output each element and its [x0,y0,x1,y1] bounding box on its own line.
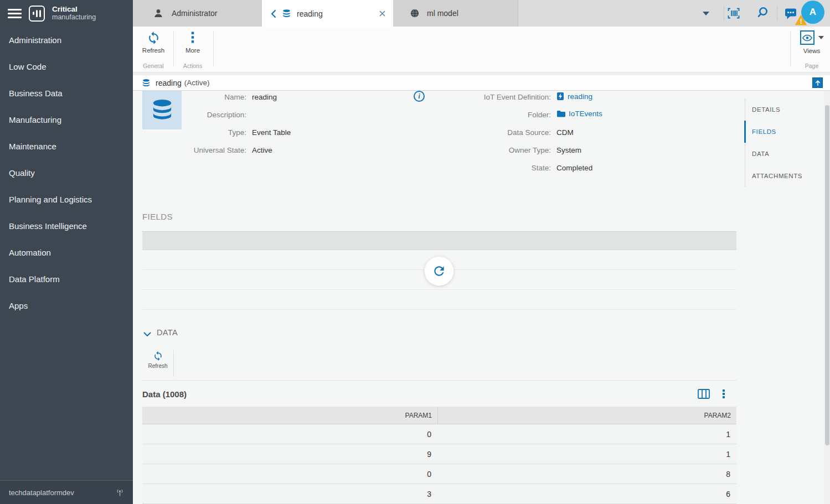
barcode-scan-icon[interactable] [726,7,741,19]
column-header-param2[interactable]: PARAM2 [437,407,736,424]
data-section-collapse-chevron-icon[interactable] [143,332,151,337]
page-header: reading (Active) [133,75,830,91]
group-label-actions: Actions [175,63,210,69]
field-label-type: Type: [185,128,246,137]
column-header-param1[interactable]: PARAM1 [142,407,437,424]
sidebar-header: Critical manufacturing [0,0,133,27]
folder-icon [556,110,565,117]
cell-param1: 0 [142,464,437,484]
tab-administrator[interactable]: Administrator [133,0,262,27]
sidebar-item-administration[interactable]: Administration [0,27,133,53]
refresh-arrow-icon [432,264,446,278]
hamburger-menu-icon[interactable] [8,9,22,18]
cell-param2: 1 [437,444,736,464]
iot-event-definition-link[interactable]: reading [568,92,592,101]
field-value-iot-event-definition: reading [556,92,592,101]
field-label-universal-state: Universal State: [185,146,246,154]
table-row[interactable]: 0 1 [142,424,736,444]
eye-icon [800,30,814,45]
sidebar-item-maintenance[interactable]: Maintenance [0,133,133,159]
data-section-title: DATA [157,328,178,337]
data-grid-heading: Data (1008) [142,389,187,399]
topbar-divider [724,6,724,21]
search-icon[interactable] [756,6,770,19]
ml-model-sphere-icon [410,9,419,18]
field-label-iot-event-definition: IoT Event Definition: [446,93,551,101]
tab-list-dropdown-caret-icon[interactable] [703,12,709,15]
field-value-data-source: CDM [556,128,574,137]
sidebar-item-quality[interactable]: Quality [0,159,133,186]
page-title: reading [156,79,182,87]
field-value-folder: IoTEvents [556,110,602,118]
sidebar-item-business-intelligence[interactable]: Business Intelligence [0,212,133,239]
sidebar-item-low-code[interactable]: Low Code [0,53,133,80]
table-row[interactable]: 0 8 [142,464,736,484]
rail-item-details[interactable]: DETAILS [745,98,814,121]
refresh-button[interactable]: Refresh [136,30,171,54]
sidebar: Critical manufacturing Administration Lo… [0,0,133,504]
refresh-label: Refresh [136,47,171,54]
toolbar-bottom-border [142,380,736,381]
collapse-header-icon[interactable] [812,77,823,88]
sidebar-item-data-platform[interactable]: Data Platform [0,266,133,292]
tab-label: ml model [427,9,458,18]
brand-top: Critical [52,6,96,14]
field-value-type: Event Table [252,128,291,137]
tab-label: Administrator [172,9,217,18]
more-button[interactable]: More [175,30,210,54]
rail-item-fields[interactable]: FIELDS [745,121,814,143]
info-icon[interactable]: i [414,91,425,102]
cell-param1: 0 [142,424,437,444]
warning-triangle-icon[interactable] [795,15,807,25]
data-refresh-label: Refresh [142,363,173,369]
database-icon [142,79,151,87]
views-dropdown-caret-icon[interactable] [818,36,824,39]
views-button[interactable]: Views [795,30,828,54]
ribbon-divider [790,31,791,66]
ribbon-divider [213,31,214,66]
bolt-badge-icon [556,92,564,101]
fields-row-divider [142,309,736,310]
table-row[interactable]: 3 6 [142,484,736,504]
ribbon-divider [173,31,174,66]
table-row[interactable]: 9 1 [142,444,736,464]
sidebar-item-apps[interactable]: Apps [0,292,133,319]
tab-reading-active[interactable]: reading [262,0,393,27]
group-label-general: General [136,63,171,69]
back-chevron-icon[interactable] [270,9,276,18]
grid-more-options-kebab-icon[interactable] [723,389,725,398]
sidebar-menu: Administration Low Code Business Data Ma… [0,27,133,319]
folder-link[interactable]: IoTEvents [569,110,602,118]
sidebar-item-manufacturing[interactable]: Manufacturing [0,106,133,133]
column-settings-icon[interactable] [698,389,710,399]
sidebar-item-automation[interactable]: Automation [0,239,133,266]
tab-ml-model[interactable]: ml model [393,0,518,27]
brand-text: Critical manufacturing [52,6,96,21]
section-rail: DETAILS FIELDS DATA ATTACHMENTS [745,91,824,504]
brand-bottom: manufacturing [52,14,96,22]
close-tab-icon[interactable] [379,11,385,17]
fields-loading-header-skeleton [142,231,736,250]
user-person-icon [153,8,163,18]
sidebar-item-business-data[interactable]: Business Data [0,80,133,106]
scrollbar-thumb[interactable] [825,105,829,445]
top-tab-bar: Administrator reading [133,0,830,27]
vertical-scrollbar[interactable] [824,91,830,504]
field-value-name: reading [252,93,277,101]
environment-footer: techdataplatformdev [0,480,133,504]
cell-param1: 9 [142,444,437,464]
critical-manufacturing-logo-icon [29,6,45,22]
data-table: PARAM1 PARAM2 0 1 9 1 0 8 3 6 [142,407,736,504]
loading-spinner [424,256,454,286]
fields-row-divider [142,289,736,290]
sidebar-item-planning-and-logistics[interactable]: Planning and Logistics [0,186,133,212]
data-refresh-button[interactable]: Refresh [142,351,173,369]
ribbon-toolbar: Refresh General More Actions Views [133,27,830,72]
rail-item-attachments[interactable]: ATTACHMENTS [745,165,814,187]
cell-param2: 8 [437,464,736,484]
refresh-sync-icon [136,30,171,45]
field-label-folder: Folder: [446,111,551,119]
main-content: Name: reading Description: Type: Event T… [133,91,745,504]
rail-item-data[interactable]: DATA [745,143,814,165]
field-value-owner-type: System [556,146,581,154]
